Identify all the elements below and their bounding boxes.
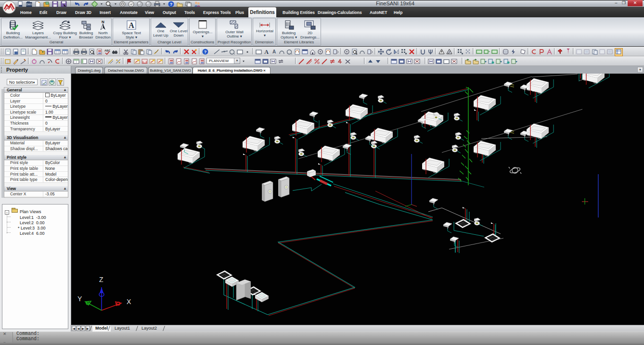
svg-text:Y: Y [77, 295, 82, 303]
svg-text:A: A [264, 49, 269, 55]
svg-text:A: A [272, 49, 276, 54]
svg-text:?: ? [170, 2, 173, 7]
svg-text:ABC: ABC [104, 49, 110, 52]
svg-text:N: N [102, 20, 104, 24]
svg-text:A: A [129, 21, 134, 29]
svg-text:X: X [127, 298, 131, 306]
svg-text:DWG: DWG [26, 3, 32, 6]
svg-text:Z: Z [99, 276, 103, 283]
svg-text:?: ? [204, 50, 207, 54]
